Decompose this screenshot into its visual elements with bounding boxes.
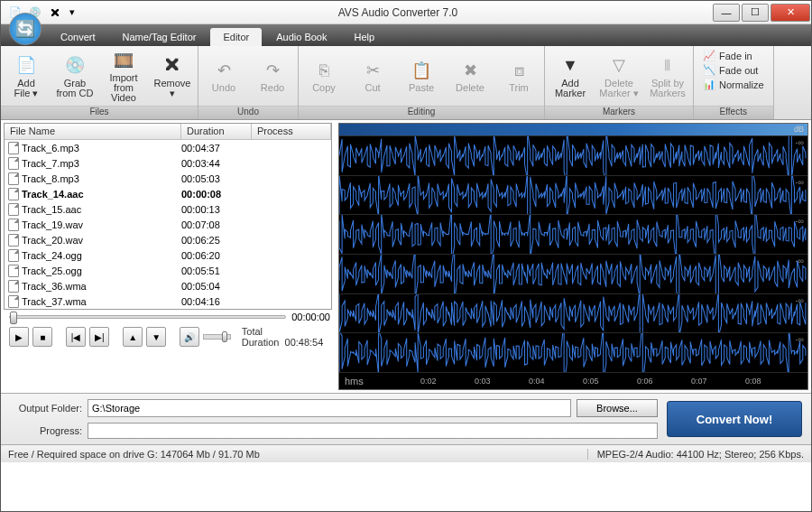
close-button[interactable]: ✕ [770, 4, 810, 22]
file-icon [8, 234, 19, 247]
file-row[interactable]: Track_19.wav00:07:08 [5, 217, 331, 232]
paste-button[interactable]: 📋Paste [400, 59, 443, 93]
fade-in-button[interactable]: 📈Fade in [699, 49, 756, 62]
file-name: Track_24.ogg [22, 250, 82, 261]
tab-editor[interactable]: Editor [210, 28, 262, 46]
file-name: Track_15.aac [22, 204, 81, 215]
file-name: Track_6.mp3 [22, 143, 79, 154]
add-file-button[interactable]: 📄AddFile ▾ [5, 54, 48, 98]
waveform-track[interactable]: -∞ [339, 333, 807, 373]
normalize-button[interactable]: 📊Normalize [699, 78, 768, 91]
file-duration: 00:00:08 [181, 189, 252, 200]
undo-icon: ↶ [212, 59, 235, 82]
file-row[interactable]: Track_24.ogg00:06:20 [5, 247, 331, 263]
convert-button[interactable]: Convert Now! [667, 401, 802, 437]
total-duration: 00:48:54 [285, 337, 324, 348]
browse-button[interactable]: Browse... [577, 399, 658, 417]
file-duration: 00:03:44 [181, 158, 252, 169]
cut-button[interactable]: ✂Cut [351, 59, 394, 93]
track-db-label: -∞ [796, 217, 804, 226]
remove-icon: 🗙 [161, 54, 184, 78]
delete-button[interactable]: ✖Delete [448, 59, 492, 93]
tab-audio-book[interactable]: Audio Book [263, 28, 339, 46]
db-meter [339, 124, 807, 136]
waveform-track[interactable]: -∞ [339, 215, 807, 255]
file-row[interactable]: Track_25.ogg00:05:51 [5, 263, 331, 278]
redo-icon: ↷ [261, 59, 284, 82]
file-duration: 00:06:25 [181, 235, 252, 246]
fade-out-button[interactable]: 📉Fade out [699, 63, 761, 77]
play-button[interactable]: ▶ [9, 327, 29, 347]
progress-bar [88, 423, 658, 439]
file-name: Track_14.aac [22, 189, 84, 200]
undo-button[interactable]: ↶Undo [202, 59, 245, 93]
waveform-track[interactable]: -∞ [339, 294, 807, 334]
group-files: Files [1, 106, 198, 119]
col-duration[interactable]: Duration [181, 124, 252, 139]
minimize-button[interactable]: — [713, 4, 740, 22]
stop-button[interactable]: ■ [32, 327, 52, 347]
position-slider[interactable] [9, 315, 286, 319]
file-icon [8, 265, 19, 277]
file-name: Track_20.wav [22, 235, 83, 246]
move-down-button[interactable]: ▼ [146, 327, 166, 347]
track-db-label: -∞ [796, 256, 804, 265]
waveform-track[interactable]: -∞ [339, 136, 807, 176]
file-duration: 00:04:16 [181, 296, 252, 307]
group-editing: Editing [299, 106, 544, 119]
file-row[interactable]: Track_7.mp300:03:44 [5, 155, 331, 171]
file-name: Track_7.mp3 [22, 158, 79, 169]
volume-slider[interactable] [203, 334, 231, 340]
output-folder-input[interactable] [88, 399, 571, 417]
file-row[interactable]: Track_37.wma00:04:16 [5, 293, 331, 309]
fade-in-icon: 📈 [703, 50, 715, 61]
time-unit: hms [345, 376, 364, 386]
delete-marker-button[interactable]: ▽DeleteMarker ▾ [597, 54, 641, 98]
file-row[interactable]: Track_6.mp300:04:37 [5, 140, 331, 155]
file-row[interactable]: Track_8.mp300:05:03 [5, 171, 331, 186]
output-folder-label: Output Folder: [10, 403, 82, 414]
redo-button[interactable]: ↷Redo [251, 59, 294, 93]
time-tick: 0:04 [529, 377, 545, 386]
split-markers-button[interactable]: ⦀Split byMarkers [646, 54, 689, 98]
slider-thumb[interactable] [10, 312, 17, 324]
split-markers-icon: ⦀ [656, 54, 679, 78]
fade-out-icon: 📉 [703, 64, 715, 76]
file-icon [8, 280, 19, 293]
tab-help[interactable]: Help [341, 28, 387, 46]
waveform-track[interactable]: -∞ [339, 255, 807, 294]
progress-label: Progress: [10, 425, 82, 436]
copy-button[interactable]: ⎘Copy [302, 59, 346, 93]
remove-button[interactable]: 🗙Remove▾ [151, 54, 194, 98]
file-duration: 00:05:04 [181, 281, 252, 292]
file-row[interactable]: Track_14.aac00:00:08 [5, 186, 331, 201]
file-icon [8, 249, 19, 262]
app-icon[interactable]: 🔄 [9, 13, 42, 45]
trim-button[interactable]: ⧈Trim [497, 59, 540, 93]
copy-icon: ⎘ [312, 59, 336, 82]
add-file-icon: 📄 [14, 54, 38, 78]
next-button[interactable]: ▶| [89, 327, 109, 347]
waveform-track[interactable]: -∞ [339, 176, 807, 216]
qat-dropdown-icon[interactable]: ▾ [66, 4, 78, 22]
add-marker-button[interactable]: ▼AddMarker [549, 54, 592, 98]
grab-cd-button[interactable]: 💿Grabfrom CD [53, 54, 97, 98]
col-filename[interactable]: File Name [5, 124, 181, 139]
delete-icon: ✖ [458, 59, 482, 82]
track-db-label: -∞ [796, 296, 804, 305]
move-up-button[interactable]: ▲ [123, 327, 143, 347]
tab-name-tag-editor[interactable]: Name/Tag Editor [110, 28, 209, 46]
tab-convert[interactable]: Convert [48, 28, 108, 46]
file-row[interactable]: Track_20.wav00:06:25 [5, 232, 331, 247]
file-row[interactable]: Track_36.wma00:05:04 [5, 278, 331, 293]
col-process[interactable]: Process [252, 124, 331, 139]
import-video-icon: 🎞️ [112, 49, 135, 72]
track-db-label: -∞ [796, 178, 804, 187]
time-tick: 0:06 [637, 377, 653, 386]
maximize-button[interactable]: ☐ [742, 4, 769, 22]
prev-button[interactable]: |◀ [66, 327, 86, 347]
file-row[interactable]: Track_15.aac00:00:13 [5, 201, 331, 217]
qat-remove-icon[interactable]: 🗙 [46, 4, 64, 22]
import-video-button[interactable]: 🎞️Importfrom Video [102, 49, 145, 103]
volume-button[interactable]: 🔊 [180, 327, 199, 347]
